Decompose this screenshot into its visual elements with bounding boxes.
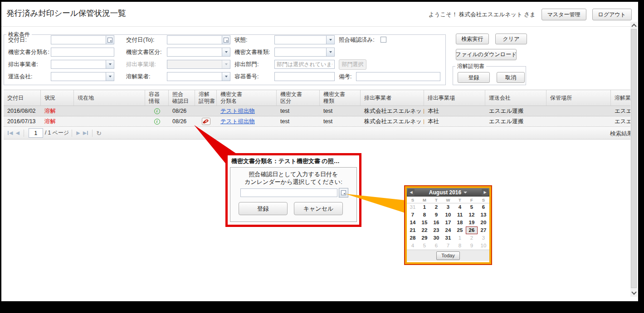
calendar-day[interactable]: 21: [407, 226, 419, 234]
calendar-day[interactable]: 26: [466, 226, 478, 234]
first-page-icon[interactable]: ◀: [8, 130, 13, 136]
calendar-day[interactable]: 1: [454, 234, 466, 242]
table-row[interactable]: 2016/08/02 溶解 i 08/26 テスト排出物 test test 株…: [4, 106, 631, 116]
col-transporter[interactable]: 運送会社: [485, 90, 546, 106]
transporter-select[interactable]: [51, 72, 114, 81]
calendar-day[interactable]: 16: [430, 219, 442, 226]
issue-date-field[interactable]: [51, 35, 114, 44]
calendar-day[interactable]: 6: [478, 203, 489, 211]
calendar-day[interactable]: 18: [454, 219, 466, 226]
container-no-input[interactable]: [274, 72, 335, 81]
calendar-day[interactable]: 20: [478, 219, 489, 226]
col-issue-date[interactable]: 交付日: [4, 90, 41, 106]
calendar-day[interactable]: 5: [466, 203, 478, 211]
calendar-day[interactable]: 7: [407, 211, 419, 219]
calendar-day[interactable]: 14: [407, 219, 419, 226]
calendar-day[interactable]: 15: [419, 219, 430, 226]
calendar-day[interactable]: 27: [478, 226, 489, 234]
chevron-down-icon[interactable]: [106, 60, 114, 68]
calendar-day[interactable]: 3: [442, 203, 454, 211]
table-row[interactable]: 2016/07/13 溶解 i 08/26 テスト排出物 test test 株…: [4, 116, 631, 127]
calendar-day[interactable]: 6: [430, 242, 442, 250]
calendar-day[interactable]: 4: [407, 242, 419, 250]
chevron-down-icon[interactable]: [106, 72, 114, 81]
calendar-day[interactable]: 1: [419, 203, 430, 211]
scroll-down-icon[interactable]: [631, 289, 636, 294]
prev-page-icon[interactable]: ◀: [15, 130, 19, 136]
scrollbar-thumb[interactable]: [631, 29, 637, 288]
chevron-down-icon[interactable]: [326, 48, 334, 56]
issue-date-to-field[interactable]: [167, 35, 230, 44]
col-status[interactable]: 状況: [41, 90, 74, 106]
calendar-day[interactable]: 2: [430, 203, 442, 211]
prev-month-icon[interactable]: ◀: [408, 189, 415, 196]
calendar-day[interactable]: 23: [430, 226, 442, 234]
cert-register-button[interactable]: 登録: [458, 72, 490, 83]
col-division[interactable]: 機密文書 区分: [277, 90, 320, 106]
discharger-select[interactable]: [51, 60, 114, 69]
calendar-day[interactable]: 8: [419, 211, 430, 219]
verified-checkbox[interactable]: [381, 37, 386, 43]
calendar-day[interactable]: 12: [466, 211, 478, 219]
col-class-name[interactable]: 機密文書 分類名: [217, 90, 277, 106]
dialog-cancel-button[interactable]: キャンセル: [294, 202, 343, 215]
last-page-icon[interactable]: ▶: [83, 130, 88, 136]
calendar-day[interactable]: 17: [442, 219, 454, 226]
calendar-day[interactable]: 24: [442, 226, 454, 234]
class-name-link[interactable]: テスト排出物: [220, 108, 255, 114]
col-storage[interactable]: 保管場所: [546, 90, 611, 106]
vertical-scrollbar[interactable]: [630, 22, 637, 297]
calendar-trigger-icon[interactable]: [106, 36, 114, 44]
calendar-day[interactable]: 25: [454, 226, 466, 234]
chevron-down-icon[interactable]: [326, 36, 334, 44]
calendar-day[interactable]: 8: [454, 242, 466, 250]
calendar-day[interactable]: 10: [478, 242, 489, 250]
dissolver-select[interactable]: [167, 72, 230, 81]
search-execute-button[interactable]: 検索実行: [456, 34, 489, 44]
info-icon[interactable]: i: [154, 119, 160, 125]
col-kind[interactable]: 機密文書 種類: [320, 90, 361, 106]
next-month-icon[interactable]: ▶: [482, 189, 488, 196]
master-admin-button[interactable]: マスター管理: [542, 9, 586, 20]
chevron-down-icon[interactable]: [222, 48, 230, 56]
doc-kind-select[interactable]: [274, 48, 335, 57]
chevron-down-icon[interactable]: [222, 72, 230, 81]
page-number-input[interactable]: [29, 128, 43, 138]
col-site[interactable]: 排出事業場: [424, 90, 485, 106]
calendar-day[interactable]: 31: [442, 234, 454, 242]
calendar-day[interactable]: 10: [442, 211, 454, 219]
dialog-date-input[interactable]: [240, 188, 337, 197]
calendar-day[interactable]: 29: [419, 234, 430, 242]
info-icon[interactable]: i: [154, 108, 160, 114]
clear-button[interactable]: クリア: [495, 34, 527, 44]
col-discharger[interactable]: 排出事業者: [361, 90, 424, 106]
calendar-day[interactable]: 4: [454, 203, 466, 211]
calendar-day[interactable]: 22: [419, 226, 430, 234]
doc-division-select[interactable]: [167, 48, 230, 57]
scroll-up-icon[interactable]: [631, 24, 636, 29]
col-container[interactable]: 容器 情報: [145, 90, 169, 106]
pdf-icon[interactable]: [202, 118, 210, 125]
calendar-day[interactable]: 9: [466, 242, 478, 250]
class-name-link[interactable]: テスト排出物: [220, 118, 255, 125]
next-page-icon[interactable]: ▶: [76, 130, 80, 136]
calendar-day[interactable]: 7: [442, 242, 454, 250]
calendar-day[interactable]: 28: [407, 234, 419, 242]
calendar-day[interactable]: 5: [419, 242, 430, 250]
calendar-day[interactable]: 13: [478, 211, 489, 219]
file-download-button[interactable]: ファイルのダウンロード: [456, 49, 517, 60]
calendar-trigger-icon[interactable]: [339, 188, 348, 197]
calendar-day[interactable]: 2: [466, 234, 478, 242]
calendar-day[interactable]: 19: [466, 219, 478, 226]
logout-button[interactable]: ログアウト: [592, 9, 632, 20]
calendar-trigger-icon[interactable]: [222, 36, 230, 44]
col-cert[interactable]: 溶解 証明書: [195, 90, 217, 106]
discharge-dept-input[interactable]: [274, 60, 335, 69]
remarks-input[interactable]: [356, 72, 440, 81]
refresh-icon[interactable]: ↻: [96, 130, 102, 137]
col-verify-date[interactable]: 照合 確認日: [169, 90, 195, 106]
calendar-day[interactable]: 3: [478, 234, 489, 242]
doc-class-input[interactable]: [51, 48, 114, 57]
calendar-day[interactable]: 9: [430, 211, 442, 219]
calendar-day[interactable]: 30: [430, 234, 442, 242]
